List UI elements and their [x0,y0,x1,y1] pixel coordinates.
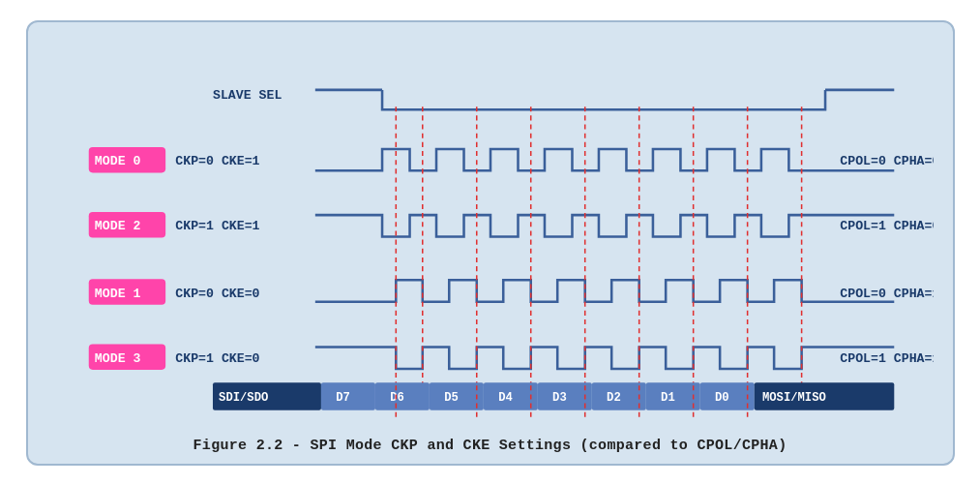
data-label-d7: D7 [336,391,350,405]
mode0-label: MODE 0 [94,154,140,168]
mode2-label: MODE 2 [94,219,140,233]
diagram-container: .mode-box { fill: #ff44aa; rx: 4; } .mod… [26,20,955,466]
mode2-params: CKP=1 CKE=1 [175,219,259,233]
data-label-d5: D5 [444,391,459,405]
timing-diagram-svg: .mode-box { fill: #ff44aa; rx: 4; } .mod… [47,40,934,430]
mode3-params: CKP=1 CKE=0 [175,350,259,365]
slave-sel-label: SLAVE SEL [212,88,281,103]
data-label-d1: D1 [661,391,675,405]
mode2-right: CPOL=1 CPHA=0 [840,219,934,233]
diagram-area: .mode-box { fill: #ff44aa; rx: 4; } .mod… [47,40,934,430]
data-label-mosimiso: MOSI/MISO [761,391,825,405]
data-label-d3: D3 [552,391,567,405]
figure-caption: Figure 2.2 - SPI Mode CKP and CKE Settin… [193,438,787,454]
data-label-d6: D6 [390,391,404,405]
mode2-wave [314,215,893,236]
mode1-label: MODE 1 [94,286,140,300]
mode0-wave [314,148,893,169]
mode0-params: CKP=0 CKE=1 [175,154,259,168]
mode3-wave [314,347,893,368]
mode1-params: CKP=0 CKE=0 [175,286,259,300]
data-label-d0: D0 [715,391,729,405]
mode3-label: MODE 3 [94,350,140,365]
slave-sel-wave-mid [382,89,825,108]
mode1-wave [314,280,893,301]
mode3-right: CPOL=1 CPHA=1 [840,350,934,365]
mode0-right: CPOL=0 CPHA=0 [840,154,934,168]
data-label-d4: D4 [498,391,513,405]
data-label-d2: D2 [607,391,621,405]
mode1-right: CPOL=0 CPHA=1 [840,286,934,300]
data-label-sdisdo: SDI/SDO [219,391,268,405]
